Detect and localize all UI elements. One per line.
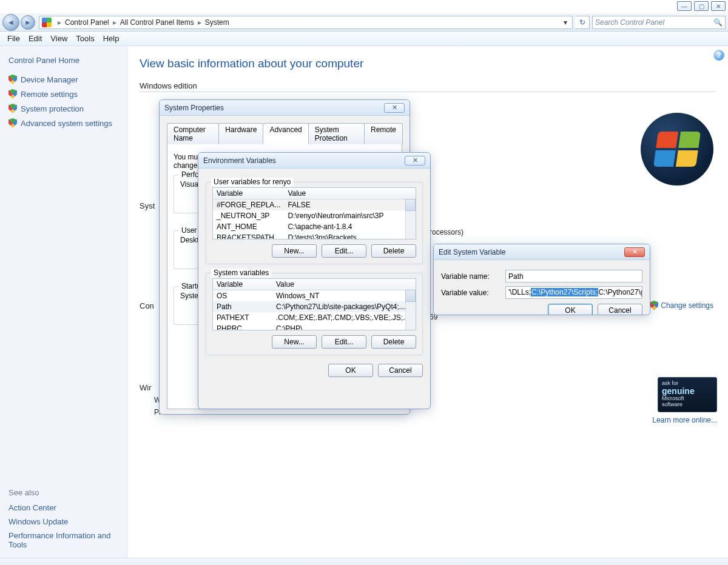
edit-system-variable-dialog: Edit System Variable ✕ Variable name: Va… [433, 244, 650, 315]
col-value[interactable]: Value [272, 279, 416, 290]
table-row[interactable]: PHPRCC:\PHP\ [213, 323, 416, 330]
scroll-thumb[interactable] [405, 290, 416, 302]
nav-forward-button[interactable]: ► [21, 15, 35, 30]
env-ok-button[interactable]: OK [328, 364, 373, 377]
windows-logo [641, 113, 713, 186]
shield-icon [8, 75, 17, 84]
user-vars-label: User variables for renyo [211, 178, 293, 186]
sidebar-link-label: Action Center [8, 503, 56, 512]
sidebar-link-label: Performance Information and Tools [8, 531, 118, 549]
page-heading: View basic information about your comput… [140, 57, 716, 70]
var-name-input[interactable] [505, 270, 642, 282]
table-row[interactable]: OSWindows_NT [213, 290, 416, 302]
help-icon[interactable]: ? [713, 50, 724, 61]
nav-back-button[interactable]: ◄ [2, 14, 19, 31]
sys-delete-button[interactable]: Delete [371, 335, 416, 349]
menu-edit[interactable]: Edit [29, 34, 42, 43]
sys-edit-button[interactable]: Edit... [322, 335, 366, 349]
dialog-title: Edit System Variable [439, 248, 506, 256]
sidebar: Control Panel Home Device Manager Remote… [0, 46, 127, 558]
sidebar-link-label: Advanced system settings [21, 119, 112, 128]
var-value-text-post: C:\Python27\gn [598, 288, 642, 296]
search-placeholder: Search Control Panel [595, 18, 664, 27]
env-vars-dialog: Environment Variables ✕ User variables f… [198, 152, 431, 409]
dialog-title: Environment Variables [203, 156, 276, 165]
dialog-close-button[interactable]: ✕ [624, 247, 645, 257]
processors-text-fragment: rocessors) [430, 228, 463, 236]
sys-vars-list[interactable]: VariableValue OSWindows_NT PathC:\Python… [212, 278, 416, 330]
dialog-close-button[interactable]: ✕ [384, 103, 405, 113]
learn-more-link[interactable]: Learn more online... [652, 416, 717, 424]
genuine-badge[interactable]: ask for genuine Microsoft software [658, 377, 717, 412]
col-variable[interactable]: Variable [213, 188, 284, 199]
sidebar-link-advanced-system-settings[interactable]: Advanced system settings [5, 116, 122, 130]
sidebar-link-device-manager[interactable]: Device Manager [5, 72, 122, 87]
sys-vars-label: System variables [211, 269, 271, 277]
var-value-label: Variable value: [441, 289, 498, 297]
menu-file[interactable]: File [7, 34, 20, 43]
sidebar-link-remote-settings[interactable]: Remote settings [5, 87, 122, 101]
sidebar-link-label: Windows Update [8, 517, 68, 526]
control-panel-icon [42, 18, 52, 27]
search-input[interactable]: Search Control Panel 🔍 [592, 16, 726, 29]
table-row[interactable]: #FORGE_REPLA...FALSE [213, 199, 416, 211]
table-row[interactable]: PathC:\Python27\Lib\site-packages\PyQt4;… [213, 301, 416, 312]
tab-advanced[interactable]: Advanced [263, 123, 308, 144]
env-cancel-button[interactable]: Cancel [378, 364, 423, 377]
see-also-perf-info[interactable]: Performance Information and Tools [5, 529, 122, 552]
col-variable[interactable]: Variable [213, 279, 272, 290]
minimize-button[interactable]: — [677, 1, 692, 11]
breadcrumb-item[interactable]: All Control Panel Items [120, 18, 194, 27]
refresh-button[interactable]: ↻ [575, 16, 590, 29]
maximize-button[interactable]: ▢ [694, 1, 709, 11]
table-row[interactable]: ANT_HOMEC:\apache-ant-1.8.4 [213, 221, 416, 232]
genuine-badge-top: ask for [662, 380, 678, 386]
tab-remote[interactable]: Remote [364, 123, 403, 144]
user-vars-list[interactable]: VariableValue #FORGE_REPLA...FALSE _NEUT… [212, 187, 416, 239]
sidebar-link-label: Device Manager [21, 75, 78, 84]
tab-row: Computer Name Hardware Advanced System P… [167, 123, 402, 144]
user-edit-button[interactable]: Edit... [322, 244, 366, 258]
sys-new-button[interactable]: New... [272, 335, 317, 349]
edit-ok-button[interactable]: OK [548, 304, 593, 315]
change-settings-label: Change settings [661, 301, 713, 310]
change-settings-link[interactable]: Change settings [650, 301, 713, 310]
user-delete-button[interactable]: Delete [371, 244, 416, 258]
var-value-input[interactable]: '\DLLs;C:\Python27\Scripts;C:\Python27\g… [505, 286, 642, 299]
shield-icon [8, 104, 17, 113]
genuine-badge-main: genuine [662, 387, 713, 396]
tab-system-protection[interactable]: System Protection [308, 123, 365, 144]
user-new-button[interactable]: New... [272, 244, 317, 258]
scroll-thumb[interactable] [405, 199, 416, 211]
var-name-label: Variable name: [441, 272, 498, 281]
close-button[interactable]: ✕ [711, 1, 726, 11]
breadcrumb-item[interactable]: System [205, 18, 229, 27]
menu-view[interactable]: View [50, 34, 67, 43]
breadcrumb-item[interactable]: Control Panel [65, 18, 109, 27]
breadcrumb-history-dropdown[interactable]: ▾ [560, 18, 571, 27]
sidebar-link-system-protection[interactable]: System protection [5, 101, 122, 116]
see-also-windows-update[interactable]: Windows Update [5, 515, 122, 529]
see-also-action-center[interactable]: Action Center [5, 501, 122, 515]
see-also-header: See also [8, 488, 118, 497]
dialog-close-button[interactable]: ✕ [405, 156, 425, 165]
menu-tools[interactable]: Tools [76, 34, 94, 43]
sidebar-home-link[interactable]: Control Panel Home [8, 56, 118, 65]
col-value[interactable]: Value [284, 188, 416, 199]
sidebar-link-label: System protection [21, 104, 84, 113]
tab-computer-name[interactable]: Computer Name [167, 123, 219, 144]
breadcrumb[interactable]: ▸ Control Panel ▸ All Control Panel Item… [39, 16, 573, 29]
table-row[interactable]: BRACKETSPATHD:\tests\3ps\Brackets [213, 232, 416, 239]
edit-cancel-button[interactable]: Cancel [598, 304, 642, 315]
shield-icon [650, 301, 658, 310]
chevron-right-icon: ▸ [113, 18, 116, 27]
table-row[interactable]: _NEUTRON_3PD:\renyo\Neutron\main\src\3P [213, 210, 416, 221]
chevron-right-icon: ▸ [58, 18, 61, 27]
section-windows-edition: Windows edition [140, 81, 716, 90]
var-value-selection: C:\Python27\Scripts; [531, 288, 598, 296]
search-icon: 🔍 [713, 18, 723, 27]
menu-bar: File Edit View Tools Help [0, 32, 728, 46]
menu-help[interactable]: Help [103, 34, 120, 43]
tab-hardware[interactable]: Hardware [218, 123, 263, 144]
table-row[interactable]: PATHEXT.COM;.EXE;.BAT;.CMD;.VBS;.VBE;.JS… [213, 312, 416, 323]
